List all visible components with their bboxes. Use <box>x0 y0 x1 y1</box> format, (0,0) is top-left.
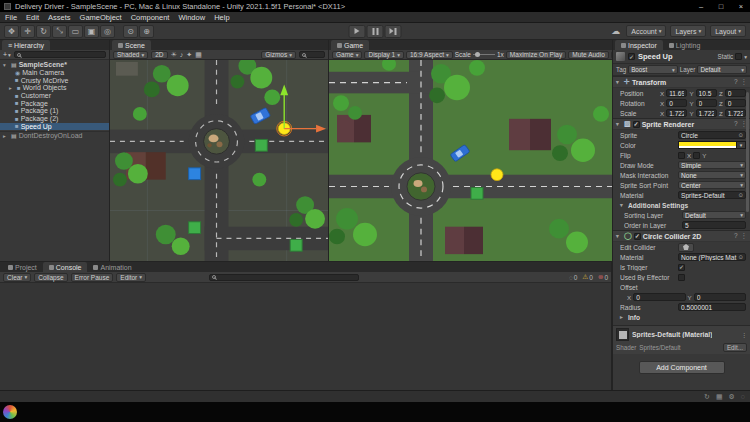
scale-z-field[interactable]: 1.722 <box>725 109 746 118</box>
add-component-button[interactable]: Add Component <box>639 361 725 374</box>
tab-inspector[interactable]: Inspector <box>615 40 663 50</box>
view-tool-button[interactable]: ✥ <box>4 25 19 38</box>
console-search-input[interactable] <box>209 274 359 281</box>
menu-help[interactable]: Help <box>214 13 229 22</box>
warning-count-toggle[interactable]: ⚠ 0 <box>582 273 592 281</box>
game-mode-dropdown[interactable]: Game ▾ <box>332 51 362 59</box>
offset-x-field[interactable]: 0 <box>633 293 685 302</box>
menu-component[interactable]: Component <box>131 13 170 22</box>
move-tool-button[interactable]: ✛ <box>20 25 35 38</box>
display-dropdown[interactable]: Display 1 ▾ <box>364 51 404 59</box>
tab-scene[interactable]: Scene <box>112 40 151 50</box>
mask-interaction-dropdown[interactable]: None ▾ <box>678 171 746 180</box>
rect-tool-button[interactable]: ▭ <box>68 25 83 38</box>
gameobject-enabled-checkbox[interactable]: ✓ <box>628 53 635 60</box>
play-button[interactable] <box>349 25 366 38</box>
window-close-button[interactable]: × <box>736 2 746 11</box>
scene-grid-icon[interactable]: ▦ <box>195 51 202 59</box>
hierarchy-item-package-2[interactable]: ■ Package (2) <box>0 115 109 123</box>
menu-edit[interactable]: Edit <box>26 13 39 22</box>
sr-material-field[interactable]: Sprites-Default ⊙ <box>678 191 746 200</box>
window-maximize-button[interactable]: □ <box>716 2 726 11</box>
window-minimize-button[interactable]: – <box>696 2 706 11</box>
flip-y-checkbox[interactable] <box>693 152 700 159</box>
sort-point-dropdown[interactable]: Center ▾ <box>678 181 746 190</box>
rotate-tool-button[interactable]: ↻ <box>36 25 51 38</box>
custom-tool-button[interactable]: ◎ <box>100 25 115 38</box>
sprite-renderer-enabled-checkbox[interactable]: ✓ <box>633 121 640 128</box>
status-settings-icon[interactable]: ⚙ <box>729 393 735 401</box>
status-activity-icon[interactable]: ◌ <box>741 393 745 401</box>
sorting-layer-dropdown[interactable]: Default ▾ <box>682 211 746 220</box>
pivot-toggle-button[interactable]: ⊙ <box>123 25 138 38</box>
scene-gizmos-dropdown[interactable]: Gizmos ▾ <box>261 51 296 59</box>
circle-collider-header[interactable]: ▾ ◯ ✓ Circle Collider 2D ? ⋮ <box>613 230 750 242</box>
color-swatch[interactable] <box>679 142 736 149</box>
layers-dropdown[interactable]: Layers ▾ <box>670 25 706 37</box>
menu-gameobject[interactable]: GameObject <box>80 13 122 22</box>
gameobject-name[interactable]: Speed Up <box>638 52 673 61</box>
clear-button[interactable]: Clear ▾ <box>3 273 31 282</box>
hierarchy-item-world-objects[interactable]: ▸ ■ World Objects <box>0 84 109 92</box>
object-picker-icon[interactable]: ⊙ <box>738 192 743 198</box>
tab-hierarchy[interactable]: ≡ Hierarchy <box>2 40 50 50</box>
collapse-toggle[interactable]: Collapse <box>34 273 67 282</box>
draw-mode-dropdown[interactable]: Simple ▾ <box>678 161 746 170</box>
hierarchy-item-speed-up[interactable]: ■ Speed Up <box>0 123 109 131</box>
transform-tool-button[interactable]: ▣ <box>84 25 99 38</box>
tag-dropdown[interactable]: Boost ▾ <box>628 65 678 74</box>
offset-y-field[interactable]: 0 <box>694 293 746 302</box>
taskbar-app-icon[interactable] <box>3 405 17 419</box>
foldout-open-icon[interactable]: ▾ <box>616 233 622 239</box>
inspector-scrollbar[interactable] <box>746 92 749 212</box>
hierarchy-item-package[interactable]: ■ Package <box>0 99 109 107</box>
scale-x-field[interactable]: 1.722 <box>666 109 687 118</box>
static-checkbox[interactable] <box>735 53 742 60</box>
shading-mode-dropdown[interactable]: Shaded ▾ <box>113 51 148 59</box>
position-y-field[interactable]: 10.5 <box>696 89 717 98</box>
scene-canvas[interactable] <box>110 60 328 261</box>
error-count-toggle[interactable]: ⊗ 0 <box>598 273 608 281</box>
slider-knob[interactable] <box>475 52 480 57</box>
foldout-open-icon[interactable]: ▾ <box>616 79 622 85</box>
tab-lighting[interactable]: Lighting <box>663 40 707 50</box>
hierarchy-item-crusty-mcdrive[interactable]: ■ Crusty McDrive <box>0 76 109 84</box>
flip-x-checkbox[interactable] <box>678 152 685 159</box>
info-count-toggle[interactable]: ◌ 0 <box>569 274 578 281</box>
pivot-rotation-toggle-button[interactable]: ⊕ <box>139 25 154 38</box>
help-icon[interactable]: ? <box>734 232 738 240</box>
foldout-closed-icon[interactable]: ▸ <box>9 85 15 91</box>
scale-slider[interactable] <box>473 54 495 55</box>
scene-lighting-icon[interactable]: ☀ <box>171 51 177 59</box>
component-menu-icon[interactable]: ⋮ <box>741 78 748 86</box>
shader-value[interactable]: Sprites/Default <box>639 344 680 351</box>
step-button[interactable] <box>385 25 402 38</box>
foldout-closed-icon[interactable]: ▸ <box>3 133 9 139</box>
hierarchy-search-input[interactable] <box>14 51 106 58</box>
game-canvas[interactable] <box>329 60 612 261</box>
account-dropdown[interactable]: Account ▾ <box>626 25 666 37</box>
eyedropper-icon[interactable]: ▾ <box>736 142 745 149</box>
aspect-dropdown[interactable]: 16:9 Aspect ▾ <box>406 51 453 59</box>
tab-game[interactable]: Game <box>331 40 369 50</box>
pause-button[interactable] <box>367 25 384 38</box>
create-object-button[interactable]: + ▾ <box>3 51 11 58</box>
console-log-area[interactable] <box>0 283 611 390</box>
object-picker-icon[interactable]: ⊙ <box>738 254 743 260</box>
color-field[interactable]: ▾ <box>678 141 746 150</box>
layer-dropdown[interactable]: Default ▾ <box>697 65 747 74</box>
maximize-on-play-toggle[interactable]: Maximize On Play <box>506 51 566 59</box>
error-pause-toggle[interactable]: Error Pause <box>71 273 114 282</box>
order-in-layer-field[interactable]: 5 <box>682 221 746 230</box>
hierarchy-item-package-1[interactable]: ■ Package (1) <box>0 107 109 115</box>
hierarchy-item-main-camera[interactable]: ◉ Main Camera <box>0 69 109 77</box>
tab-project[interactable]: Project <box>2 262 43 272</box>
used-by-effector-checkbox[interactable] <box>678 274 685 281</box>
collider-enabled-checkbox[interactable]: ✓ <box>634 233 641 240</box>
additional-settings-row[interactable]: ▾ Additional Settings <box>613 200 750 210</box>
radius-field[interactable]: 0.5000001 <box>678 303 746 312</box>
rotation-z-field[interactable]: 0 <box>725 99 746 108</box>
tab-console[interactable]: Console <box>43 262 88 272</box>
edit-collider-button[interactable] <box>678 243 694 252</box>
position-x-field[interactable]: 11.69 <box>666 89 687 98</box>
